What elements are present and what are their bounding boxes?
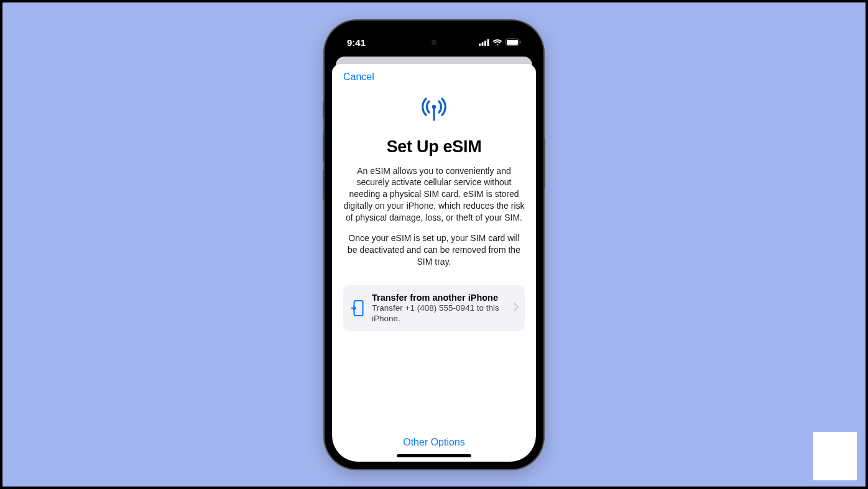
cellular-signal-icon (479, 37, 489, 48)
cellular-antenna-icon (420, 96, 448, 125)
option-title: Transfer from another iPhone (372, 293, 506, 303)
battery-icon (506, 37, 521, 48)
svg-rect-3 (487, 39, 489, 46)
description-paragraph-1: An eSIM allows you to conveniently and s… (343, 165, 525, 224)
dynamic-island (400, 33, 468, 52)
status-time: 9:41 (347, 37, 366, 48)
svg-rect-0 (479, 43, 481, 46)
front-camera-icon (432, 40, 436, 45)
cancel-button[interactable]: Cancel (343, 71, 374, 83)
iphone-frame: 9:41 Cancel (325, 21, 543, 469)
svg-rect-1 (482, 42, 484, 46)
svg-rect-6 (520, 41, 521, 43)
transfer-from-iphone-option[interactable]: Transfer from another iPhone Transfer +1… (343, 285, 525, 332)
page-title: Set Up eSIM (343, 137, 525, 157)
home-indicator[interactable] (397, 454, 471, 457)
iphone-screen: 9:41 Cancel (332, 28, 536, 462)
svg-rect-2 (484, 41, 486, 47)
option-subtitle: Transfer +1 (408) 555-0941 to this iPhon… (372, 303, 506, 324)
svg-rect-5 (507, 40, 518, 45)
esim-setup-sheet: Cancel Set Up eSIM An eSIM al (332, 64, 536, 462)
chevron-right-icon (514, 303, 519, 314)
wifi-icon (492, 37, 502, 48)
transfer-sim-icon (351, 300, 364, 316)
corner-overlay (813, 432, 857, 480)
description-paragraph-2: Once your eSIM is set up, your SIM card … (343, 232, 525, 268)
